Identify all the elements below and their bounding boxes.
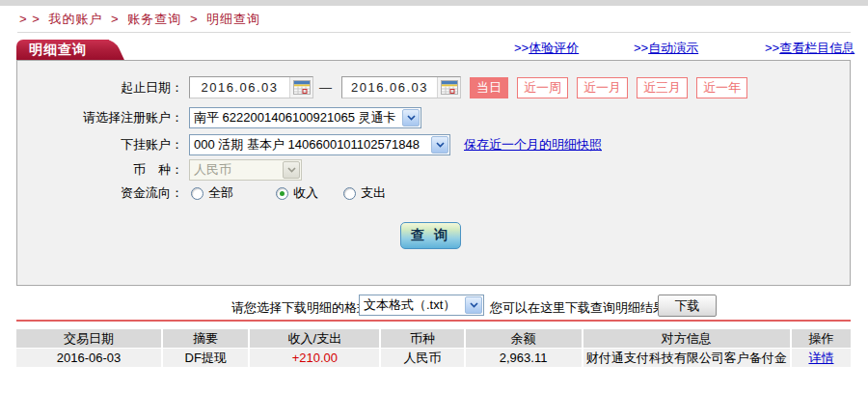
header-action: 操作 — [792, 329, 851, 348]
chevron-down-icon — [402, 109, 420, 126]
breadcrumb-item-my-account[interactable]: 我的账户 — [48, 12, 102, 26]
registered-account-select[interactable]: 南平 6222001406100921065 灵通卡 — [189, 107, 421, 128]
fund-flow-row: 资金流向： 全部 收入 支出 — [17, 184, 850, 202]
currency-label: 币 种： — [17, 161, 183, 179]
section-title: 明细查询 — [16, 40, 109, 60]
online-banking-page: > > 我的账户 > 账务查询 > 明细查询 明细查询 >>体验评价 >>自动演… — [0, 0, 868, 393]
fund-flow-label: 资金流向： — [17, 184, 183, 202]
breadcrumb-item-detail-query: 明细查询 — [206, 12, 260, 26]
chevron-down-icon — [283, 161, 300, 179]
registered-account-row: 请选择注册账户： 南平 6222001406100921065 灵通卡 — [17, 107, 850, 128]
query-form-panel: 起止日期： — — [16, 60, 851, 286]
radio-expense[interactable]: 支出 — [343, 184, 386, 202]
sub-account-select[interactable]: 000 活期 基本户 1406600101102571848 — [189, 134, 450, 155]
detail-link[interactable]: 详情 — [808, 351, 833, 365]
breadcrumb-separator: > — [190, 12, 199, 26]
currency-row: 币 种： 人民币 — [17, 159, 850, 181]
table-row: 2016-06-03 DF提现 +210.00 人民币 2,963.11 财付通… — [16, 349, 851, 367]
sub-account-label: 下挂账户： — [17, 136, 183, 154]
date-range-label: 起止日期： — [17, 79, 183, 97]
currency-select: 人民币 — [189, 159, 302, 181]
breadcrumb-prefix: > > — [19, 12, 41, 26]
fund-flow-radio-group: 全部 收入 支出 — [191, 184, 386, 202]
cell-trade-date: 2016-06-03 — [16, 349, 161, 367]
download-format-select[interactable]: 文本格式（.txt） — [359, 295, 484, 316]
save-snapshot-link[interactable]: 保存近一个月的明细快照 — [464, 136, 602, 154]
link-auto-demo[interactable]: >>自动演示 — [634, 40, 698, 57]
table-top-redline — [16, 320, 851, 322]
quick-range-week-button[interactable]: 近一周 — [517, 77, 568, 98]
radio-icon[interactable] — [191, 187, 203, 200]
header-summary: 摘要 — [163, 329, 248, 348]
calendar-icon[interactable] — [289, 77, 312, 98]
cell-currency: 人民币 — [381, 349, 463, 367]
breadcrumb-separator: > — [111, 12, 120, 26]
cell-summary: DF提现 — [163, 349, 248, 367]
cell-amount: +210.00 — [250, 349, 379, 367]
top-gray-strip — [0, 0, 868, 6]
section-title-ribbon: 明细查询 — [16, 40, 109, 60]
breadcrumb-divider — [17, 32, 851, 33]
date-from-field[interactable] — [189, 76, 313, 98]
registered-account-label: 请选择注册账户： — [17, 109, 183, 126]
date-to-input[interactable] — [342, 80, 437, 95]
cell-action: 详情 — [792, 349, 851, 367]
header-trade-date: 交易日期 — [16, 329, 161, 348]
header-balance: 余额 — [466, 329, 582, 348]
radio-icon[interactable] — [343, 187, 356, 200]
quick-range-month-button[interactable]: 近一月 — [577, 77, 628, 98]
date-from-input[interactable] — [190, 80, 289, 95]
header-amount: 收入/支出 — [250, 329, 379, 348]
radio-checked-icon[interactable] — [276, 187, 288, 200]
cell-counterparty: 财付通支付科技有限公司客户备付金 — [583, 349, 790, 367]
date-to-field[interactable] — [341, 76, 461, 98]
transaction-table: 交易日期 摘要 收入/支出 币种 余额 对方信息 操作 2016-06-03 D… — [14, 328, 853, 368]
chevron-down-icon — [431, 136, 448, 154]
date-range-dash: — — [319, 80, 332, 95]
radio-all[interactable]: 全部 — [191, 184, 233, 202]
breadcrumb: > > 我的账户 > 账务查询 > 明细查询 — [19, 11, 264, 28]
calendar-icon[interactable] — [437, 77, 460, 98]
quick-range-today-button[interactable]: 当日 — [470, 77, 508, 98]
table-header-row: 交易日期 摘要 收入/支出 币种 余额 对方信息 操作 — [16, 329, 851, 348]
query-button[interactable]: 查 询 — [400, 222, 461, 249]
header-currency: 币种 — [381, 329, 463, 348]
radio-income[interactable]: 收入 — [276, 184, 318, 202]
cell-balance: 2,963.11 — [466, 349, 582, 367]
download-button[interactable]: 下载 — [658, 295, 717, 317]
header-counterparty: 对方信息 — [583, 329, 790, 348]
link-column-info[interactable]: >>查看栏目信息 — [765, 40, 854, 57]
breadcrumb-item-account-query[interactable]: 账务查询 — [127, 12, 181, 26]
link-experience-rating[interactable]: >>体验评价 — [514, 40, 579, 57]
date-range-row: 起止日期： — — [17, 76, 850, 98]
chevron-down-icon — [465, 296, 482, 314]
quick-range-3months-button[interactable]: 近三月 — [637, 77, 688, 98]
quick-range-year-button[interactable]: 近一年 — [696, 77, 747, 98]
download-hint: 您可以在这里下载查询明细结果 — [490, 299, 665, 317]
sub-account-row: 下挂账户： 000 活期 基本户 1406600101102571848 保存近… — [17, 134, 850, 155]
download-format-label: 请您选择下载明细的格式 — [231, 299, 369, 317]
